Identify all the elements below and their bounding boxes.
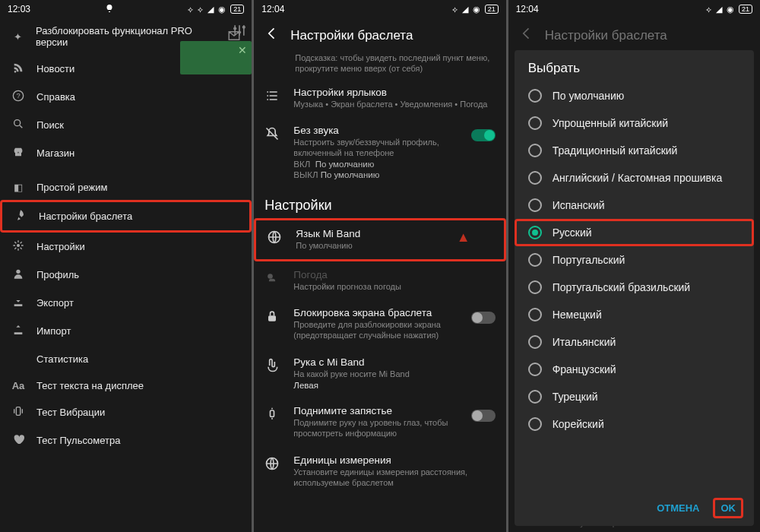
menu-export[interactable]: Экспорт (0, 289, 252, 317)
menu-pulse-test[interactable]: Тест Пульсометра (0, 426, 252, 454)
radio-icon (528, 171, 542, 185)
menu-label: Профиль (36, 269, 79, 280)
row-title: Погода (293, 269, 495, 280)
option-label: Итальянский (553, 336, 616, 348)
row-wrist[interactable]: Рука с Mi Band На какой руке носите Mi B… (254, 349, 505, 397)
cancel-button[interactable]: ОТМЕНА (649, 498, 707, 518)
toggle-lock[interactable] (471, 312, 496, 324)
radio-icon (528, 198, 542, 212)
option-label: Традиционный китайский (553, 144, 678, 157)
row-lock[interactable]: Блокировка экрана браслета Проведите для… (254, 299, 505, 349)
bluetooth-icon: ⟡ (452, 5, 458, 14)
screen-3: 12:04 ⟡ ◢ ◉ 21 Настройки браслета Устано… (508, 0, 760, 532)
menu-label: Настройки браслета (39, 211, 132, 222)
option-label: Русский (553, 226, 592, 239)
alarm-icon (105, 4, 114, 13)
radio-icon (528, 335, 542, 349)
menu-help[interactable]: ? Справка (0, 83, 252, 111)
menu-label: Справка (36, 91, 75, 103)
import-icon (11, 324, 26, 338)
app-header-dim: Настройки браслета (508, 18, 760, 52)
menu-text-test[interactable]: Aa Тест текста на дисплее (0, 373, 252, 398)
rocket-icon (13, 209, 28, 223)
language-option[interactable]: Корейский (515, 410, 754, 438)
rss-icon (11, 62, 26, 76)
toggle-silent[interactable] (471, 129, 496, 141)
option-label: Испанский (553, 199, 605, 211)
menu-search[interactable]: Поиск (0, 111, 252, 139)
svg-point-2 (242, 26, 245, 29)
radio-icon (528, 226, 542, 239)
svg-point-7 (16, 270, 20, 274)
menu-band-settings[interactable]: Настройки браслета (0, 200, 252, 233)
lock-icon (264, 307, 283, 341)
language-option[interactable]: Итальянский (515, 328, 754, 356)
wifi-icon: ◉ (473, 5, 480, 14)
menu-profile[interactable]: Профиль (0, 261, 252, 289)
language-option[interactable]: Традиционный китайский (515, 137, 754, 164)
language-option[interactable]: Упрощенный китайский (515, 109, 754, 137)
heart-icon (11, 433, 26, 448)
row-weather: Погода Настройки прогноза погоды (254, 261, 505, 299)
language-option[interactable]: Французский (515, 356, 754, 383)
row-raise[interactable]: Поднимите запястье Поднимите руку на уро… (254, 397, 505, 447)
language-option[interactable]: Испанский (515, 192, 754, 219)
language-option[interactable]: Английский / Кастомная прошивка (515, 164, 754, 192)
language-option[interactable]: Немецкий (515, 301, 754, 328)
row-shortcuts[interactable]: Настройки ярлыков Музыка • Экран браслет… (254, 79, 505, 117)
menu-label: Тест текста на дисплее (36, 380, 144, 391)
radio-icon (528, 116, 542, 130)
row-silent[interactable]: Без звука Настроить звук/беззвучный проф… (254, 117, 505, 188)
menu-import[interactable]: Импорт (0, 317, 252, 345)
row-units[interactable]: Единицы измерения Установите единицы изм… (254, 447, 505, 496)
clock: 12:04 (516, 4, 539, 14)
globe-icon (264, 454, 283, 489)
close-banner-icon[interactable]: ✕ (238, 44, 247, 56)
clock: 12:03 (8, 4, 30, 14)
menu-vibration-test[interactable]: Тест Вибрации (0, 398, 252, 426)
wifi-icon: ⟡ (198, 5, 203, 14)
back-icon[interactable] (264, 26, 280, 45)
page-title: Настройки браслета (290, 28, 413, 43)
option-label: Французский (553, 363, 616, 375)
dialog-title: Выбрать (515, 50, 754, 82)
search-icon (11, 118, 26, 132)
language-option[interactable]: Португальский (515, 246, 754, 274)
svg-text:?: ? (16, 92, 20, 100)
svg-point-1 (238, 30, 241, 33)
menu-settings[interactable]: Настройки (0, 233, 252, 261)
radio-icon (528, 308, 542, 321)
language-option[interactable]: Русский (515, 219, 754, 246)
radio-icon (528, 417, 542, 431)
row-sub: Настроить звук/беззвучный профиль, включ… (293, 137, 460, 159)
menu-label: Настройки (36, 241, 85, 252)
menu-label: Импорт (36, 325, 71, 337)
radio-icon (528, 144, 542, 157)
clock: 12:04 (261, 4, 284, 14)
help-icon: ? (11, 90, 26, 104)
signal-icon: ◢ (207, 5, 214, 14)
page-title: Настройки браслета (545, 28, 667, 43)
equalizer-icon[interactable] (232, 23, 247, 41)
menu-simple-mode[interactable]: ◧ Простой режим (0, 175, 252, 200)
wand-icon: ✦ (11, 31, 25, 43)
menu-stats[interactable]: Статистика (0, 345, 252, 373)
screen-1: 12:03 ⟡ ⟡ ◢ ◉ 21 ✕ ✦ Разблокировать функ… (0, 0, 252, 532)
language-options: По умолчаниюУпрощенный китайскийТрадицио… (515, 82, 754, 490)
toggle-raise[interactable] (471, 410, 496, 422)
gear-icon (11, 239, 26, 254)
menu-shop[interactable]: Магазин (0, 139, 252, 167)
person-icon (11, 268, 26, 282)
hand-icon (264, 356, 283, 390)
language-option[interactable]: Португальский бразильский (515, 274, 754, 301)
nav-drawer: ✦ Разблокировать функционал PRO версии Н… (0, 18, 252, 532)
option-label: Португальский (553, 254, 625, 266)
bluetooth-icon: ⟡ (706, 5, 711, 14)
row-sub: На какой руке носите Mi Band (293, 369, 495, 379)
ok-button[interactable]: OK (713, 498, 743, 518)
language-option[interactable]: Турецкий (515, 383, 754, 410)
row-language[interactable]: Язык Mi Band По умолчанию ▲ (254, 218, 505, 261)
radio-icon (528, 363, 542, 376)
language-option[interactable]: По умолчанию (515, 82, 754, 109)
svg-rect-8 (16, 407, 20, 416)
